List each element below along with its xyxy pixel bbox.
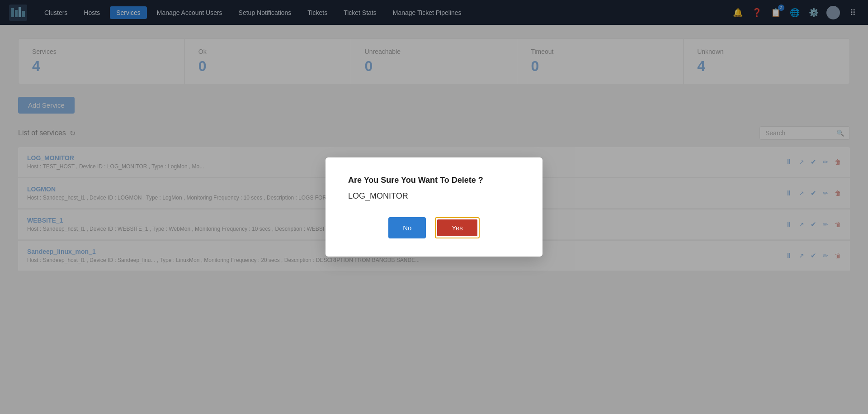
modal-yes-button[interactable]: Yes [437,219,477,236]
yes-button-wrapper: Yes [435,217,479,238]
modal-overlay: Are You Sure You Want To Delete ? LOG_MO… [0,0,868,414]
modal-buttons: No Yes [348,217,520,238]
modal-item-name: LOG_MONITOR [348,191,520,201]
modal-title: Are You Sure You Want To Delete ? [348,176,520,185]
delete-confirmation-modal: Are You Sure You Want To Delete ? LOG_MO… [326,157,542,257]
modal-no-button[interactable]: No [388,217,426,238]
